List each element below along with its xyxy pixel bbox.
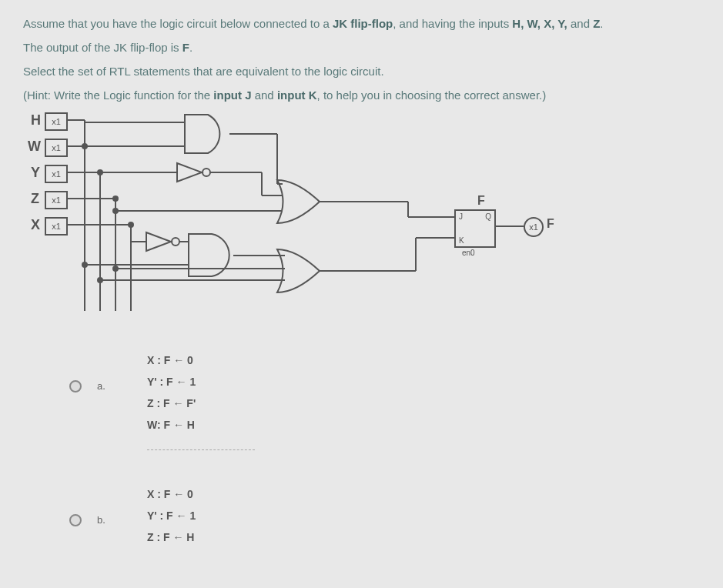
svg-point-36	[98, 170, 102, 175]
radio-option-a[interactable]	[69, 380, 82, 393]
text: Assume that you have the logic circuit b…	[23, 17, 333, 30]
inputs-list: H, W, X, Y,	[512, 17, 571, 30]
rtl-line: W: F ← H	[147, 414, 255, 436]
text: The output of the JK flip-flop is	[23, 41, 182, 54]
rtl-line: Y' : F ← 1	[147, 371, 255, 393]
option-b-lines: X : F ← 0 Y' : F ← 1 Z : F ← H	[147, 483, 196, 548]
answer-options: a. X : F ← 0 Y' : F ← 1 Z : F ← F' W: F …	[69, 349, 700, 548]
input-k-term: input K	[277, 89, 317, 102]
option-divider	[147, 449, 255, 450]
input-z: Z	[593, 17, 600, 30]
jk-term: JK flip-flop	[333, 17, 393, 30]
circuit-svg	[23, 111, 577, 334]
option-letter-a: a.	[97, 380, 109, 392]
text: , to help you in choosing the correct an…	[317, 89, 547, 102]
svg-point-41	[113, 266, 118, 271]
rtl-line: Z : F ← H	[147, 526, 196, 548]
intro-line-3: Select the set of RTL statements that ar…	[23, 63, 700, 79]
svg-point-35	[82, 144, 87, 149]
text: , and having the inputs	[393, 17, 512, 30]
svg-point-42	[113, 209, 118, 213]
option-a-row: a. X : F ← 0 Y' : F ← 1 Z : F ← F' W: F …	[69, 349, 700, 464]
rtl-line: Z : F ← F'	[147, 393, 255, 414]
svg-point-37	[113, 196, 118, 201]
option-a-lines: X : F ← 0 Y' : F ← 1 Z : F ← F' W: F ← H	[147, 349, 255, 464]
text: Select the set of RTL statements that ar…	[23, 65, 384, 78]
intro-line-1: Assume that you have the logic circuit b…	[23, 15, 700, 32]
text: (Hint: Write the Logic function for the	[23, 89, 213, 102]
svg-point-38	[129, 222, 133, 227]
text: and	[252, 89, 277, 102]
svg-point-40	[98, 278, 102, 282]
rtl-line: Y' : F ← 1	[147, 505, 196, 526]
option-letter-b: b.	[97, 514, 109, 526]
intro-line-4: (Hint: Write the Logic function for the …	[23, 87, 700, 103]
text: and	[571, 17, 593, 30]
rtl-line: X : F ← 0	[147, 349, 255, 371]
intro-line-2: The output of the JK flip-flop is F.	[23, 39, 700, 55]
output-f: F	[182, 41, 189, 54]
svg-point-39	[82, 262, 87, 267]
text: .	[189, 41, 192, 54]
input-j-term: input J	[213, 89, 251, 102]
option-b-row: b. X : F ← 0 Y' : F ← 1 Z : F ← H	[69, 483, 700, 548]
logic-circuit-diagram: H x1 W x1 Y x1 Z x1 X x1 J K Q en0 F x1 …	[23, 111, 577, 334]
radio-option-b[interactable]	[69, 514, 82, 526]
rtl-line: X : F ← 0	[147, 483, 196, 505]
